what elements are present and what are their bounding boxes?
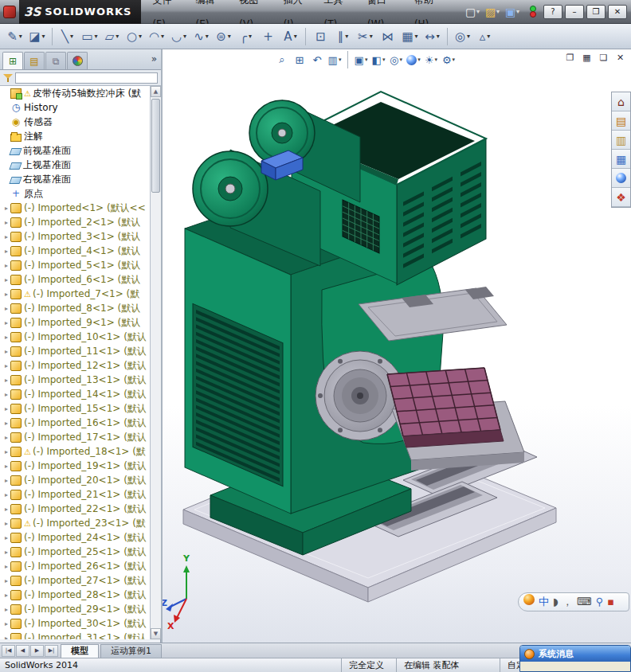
viewport[interactable]: Y Z X ⌕⊞↶▥▾▣▾◧▾◎▾▾☀▾⚙▾ ❐▦❏✕ [163,49,631,643]
tree-item[interactable]: ▸(-) Imported_8<1> (默认 [0,301,150,315]
slot-icon[interactable]: ▱▾ [101,26,123,47]
tab-nav-0[interactable]: |◀ [2,645,15,657]
ime-punct-icon[interactable]: ， [562,593,573,611]
hide-show-items-icon[interactable]: ◎▾ [388,52,404,68]
expand-arrow-icon[interactable]: ▸ [2,377,10,384]
view-palette-icon[interactable]: ▦ [612,150,630,169]
tree-item[interactable]: ▸⚠(-) Imported_7<1> (默 [0,287,150,301]
doc-tab-0[interactable]: 模型 [61,644,99,658]
expand-arrow-icon[interactable]: ▸ [2,506,10,513]
expand-arrow-icon[interactable]: ▸ [2,348,10,355]
machine-chuck[interactable] [316,351,405,440]
tree-item[interactable]: 右视基准面 [0,172,150,186]
sketch-icon[interactable]: ✎▾ [4,26,25,47]
ime-keyboard-icon[interactable]: ⌨ [577,593,592,611]
tree-item[interactable]: ▸(-) Imported_11<1> (默认 [0,344,150,358]
tree-item[interactable]: ▸(-) Imported_15<1> (默认 [0,401,150,416]
convert-entities-icon[interactable]: ⊡ [310,26,331,47]
display-relations-icon[interactable]: ◎▾ [452,26,473,47]
scrollbar-thumb[interactable] [151,99,160,193]
expand-arrow-icon[interactable]: ▸ [2,592,10,599]
expand-arrow-icon[interactable]: ▸ [2,205,10,212]
expand-arrow-icon[interactable]: ▸ [2,420,10,427]
tree-item[interactable]: ▸(-) Imported_12<1> (默认 [0,358,150,373]
propertymanager-tab[interactable]: ▤ [24,52,45,69]
doc-close-icon[interactable]: ✕ [613,51,628,64]
tree-item[interactable]: ▸(-) Imported_30<1> (默认 [0,616,150,631]
expand-arrow-icon[interactable]: ▸ [2,549,10,556]
view-settings-icon[interactable]: ⚙▾ [441,52,457,68]
tree-item[interactable]: ▸(-) Imported_24<1> (默认 [0,530,150,545]
edit-appearance-icon[interactable]: ▾ [406,52,421,68]
rapid-sketch-icon[interactable]: ▵▾ [474,26,496,47]
tree-item[interactable]: ▸(-) Imported_27<1> (默认 [0,573,150,588]
apply-scene-icon[interactable]: ☀▾ [423,52,439,68]
expand-arrow-icon[interactable]: ▸ [2,620,10,627]
expand-arrow-icon[interactable]: ▸ [2,534,10,541]
cad-model[interactable]: Y Z X [163,49,631,643]
previous-view-icon[interactable]: ↶ [309,52,325,68]
circle-icon[interactable]: ○▾ [123,26,145,47]
offset-entities-icon[interactable]: ∥▾ [332,26,354,47]
expand-arrow-icon[interactable]: ▸ [2,434,10,441]
expand-arrow-icon[interactable]: ▸ [2,463,10,470]
tree-item[interactable]: ▸(-) Imported_6<1> (默认 [0,272,150,287]
doc-cascade-icon[interactable]: ❐ [562,51,578,64]
expand-arrow-icon[interactable]: ▸ [2,635,10,640]
design-library-icon[interactable]: ▤ [612,111,630,131]
system-message-titlebar[interactable]: 系统消息 [520,646,630,662]
tree-item[interactable]: 上视基准面 [0,158,150,172]
tree-item[interactable]: ▸(-) Imported_19<1> (默认 [0,459,150,473]
resources-home-icon[interactable]: ⌂ [612,92,630,111]
linear-pattern-icon[interactable]: ▦▾ [399,26,421,47]
expand-arrow-icon[interactable]: ▸ [2,233,10,240]
zoom-fit-icon[interactable]: ⌕ [274,52,290,68]
expand-arrow-icon[interactable]: ▸ [2,520,10,527]
tree-item[interactable]: ◉传感器 [0,115,150,129]
three-point-arc-icon[interactable]: ◡▾ [168,26,190,47]
tree-item[interactable]: ▸(-) Imported_28<1> (默认 [0,588,150,602]
tree-item[interactable]: ▸(-) Imported_4<1> (默认 [0,244,150,258]
tree-item[interactable]: 注解 [0,129,150,143]
filter-input[interactable] [15,72,158,84]
mirror-entities-icon[interactable]: ⋈ [377,26,398,47]
point-icon[interactable]: + [257,26,279,47]
expand-arrow-icon[interactable]: ▸ [2,405,10,412]
expand-arrow-icon[interactable]: ▸ [2,577,10,584]
tree-item[interactable]: ▸(-) Imported_22<1> (默认 [0,502,150,516]
expand-arrow-icon[interactable]: ▸ [2,362,10,369]
tab-nav-3[interactable]: ▶| [45,645,58,657]
tree-item[interactable]: 前视基准面 [0,143,150,158]
tree-item[interactable]: ▸(-) Imported_31<1> (默认 [0,631,150,639]
expand-arrow-icon[interactable]: ▸ [2,305,10,312]
expand-arrow-icon[interactable]: ▸ [2,291,10,298]
tree-item[interactable]: ▸(-) Imported_10<1> (默认 [0,330,150,344]
scroll-up-icon[interactable]: ▲ [151,86,161,97]
maximize-icon[interactable]: ❐ [586,5,606,19]
new-document-icon[interactable]: ▢▾ [464,3,481,21]
expand-arrow-icon[interactable]: ▸ [2,606,10,613]
view-orientation-icon[interactable]: ▣▾ [353,52,369,68]
minimize-icon[interactable]: – [565,5,584,19]
tree-item[interactable]: ▸(-) Imported_17<1> (默认 [0,430,150,444]
expand-arrow-icon[interactable]: ▸ [2,448,10,455]
rectangle-icon[interactable]: ▭▾ [79,26,100,47]
appearances-icon[interactable] [612,169,630,188]
arc-icon[interactable]: ◠▾ [146,26,167,47]
tree-scrollbar[interactable]: ▲ ▼ [150,86,161,639]
ime-mic-icon[interactable]: ⚲ [596,593,604,611]
tab-nav-1[interactable]: ◀ [16,645,29,657]
section-view-icon[interactable]: ▥▾ [327,52,343,68]
rx-status-icon[interactable] [523,3,541,21]
expand-arrow-icon[interactable]: ▸ [2,248,10,255]
file-explorer-icon[interactable]: ▥ [612,131,630,150]
tree-item[interactable]: ◷History [0,100,150,115]
tab-nav-2[interactable]: ▶ [30,645,44,657]
doc-restore-icon[interactable]: ❏ [596,51,611,64]
save-icon[interactable]: ▣▾ [504,3,521,21]
tree-item[interactable]: ▸(-) Imported_2<1> (默认 [0,215,150,229]
tree-item[interactable]: ▸⚠(-) Imported_18<1> (默 [0,444,150,459]
featuremanager-tab[interactable]: ⊞ [2,52,23,69]
display-style-icon[interactable]: ◧▾ [370,52,386,68]
ime-logo-icon[interactable] [523,593,535,611]
